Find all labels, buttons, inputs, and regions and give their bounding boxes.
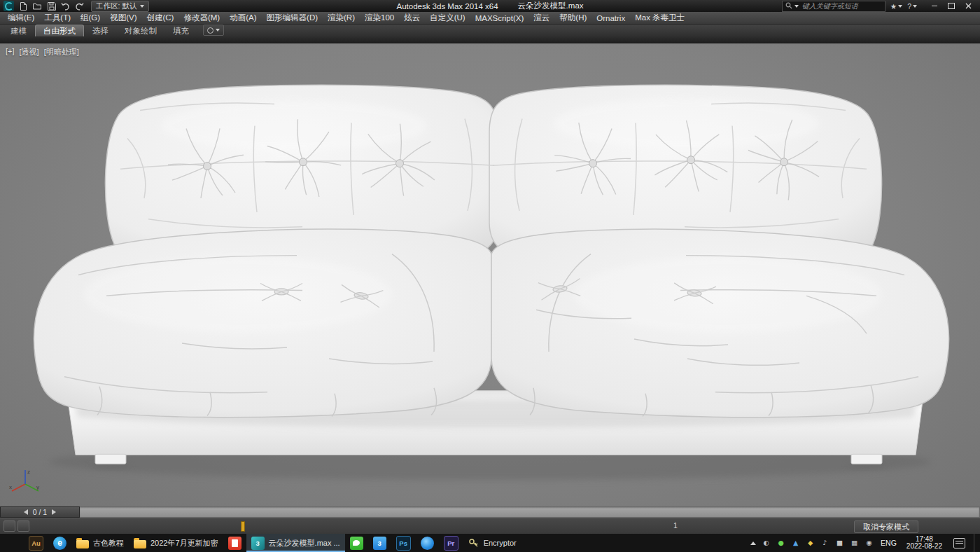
menu-help[interactable]: 帮助(H) [554, 12, 592, 24]
favorites-icon[interactable]: ★ [890, 2, 902, 11]
svg-text:z: z [27, 469, 30, 475]
menu-views[interactable]: 视图(V) [105, 12, 141, 24]
volume-tray-icon[interactable]: ◉ [864, 539, 874, 546]
premiere-icon: Pr [444, 536, 458, 551]
taskbar-wechat[interactable] [345, 534, 368, 552]
menu-group[interactable]: 组(G) [76, 12, 105, 24]
tab-populate[interactable]: 填充 [165, 25, 197, 36]
menu-rendering[interactable]: 渲染(R) [323, 12, 360, 24]
audition-icon: Au [29, 536, 43, 551]
3dsmax-window: 工作区: 默认 Autodesk 3ds Max 2014 x64 云朵沙发模型… [0, 0, 980, 552]
taskbar-encryptor[interactable]: Encryptor [463, 534, 522, 552]
security-tray-icon[interactable]: ▲ [791, 539, 800, 546]
workspace-selector[interactable]: 工作区: 默认 [91, 1, 149, 12]
time-slider-row: 0 / 1 [0, 506, 980, 518]
taskbar-audition[interactable]: Au [24, 534, 48, 552]
menu-xuanyun-cloud[interactable]: 渲云 [528, 12, 554, 24]
selection-lock-toggle-icon[interactable] [18, 520, 29, 532]
close-icon [965, 3, 972, 9]
menu-xuanyun[interactable]: 炫云 [399, 12, 425, 24]
maximize-button[interactable] [943, 1, 960, 12]
svg-text:x: x [9, 484, 12, 490]
taskbar-premiere[interactable]: Pr [439, 534, 463, 552]
minimize-button[interactable] [926, 1, 943, 12]
isolate-selection-toggle-icon[interactable] [4, 520, 15, 532]
taskbar-edge[interactable]: e [48, 534, 71, 552]
previous-frame-icon[interactable] [24, 509, 28, 515]
undo-icon[interactable] [60, 1, 71, 11]
search-input[interactable] [801, 1, 882, 11]
language-indicator[interactable]: ENG [879, 539, 898, 547]
taskbar-photoshop[interactable]: Ps [391, 534, 416, 552]
svg-text:y: y [36, 484, 39, 490]
menu-tools[interactable]: 工具(T) [39, 12, 76, 24]
menu-modifiers[interactable]: 修改器(M) [178, 12, 225, 24]
windows-taskbar: Au e 古色教程 2022年7月更新加密 3 云朵沙发模型.max ... 3… [0, 534, 980, 552]
menu-customize[interactable]: 自定义(U) [425, 12, 470, 24]
cancel-expert-mode-button[interactable]: 取消专家模式 [854, 520, 918, 533]
chevron-down-icon [898, 5, 902, 8]
action-center-icon[interactable] [953, 538, 965, 548]
menu-animation[interactable]: 动画(A) [225, 12, 261, 24]
menu-bar: 编辑(E) 工具(T) 组(G) 视图(V) 创建(C) 修改器(M) 动画(A… [0, 12, 980, 25]
search-icon[interactable] [785, 2, 792, 11]
ribbon-minimize-button[interactable] [203, 25, 224, 36]
music-tray-icon[interactable]: ♪ [820, 539, 830, 546]
graphics-tray-icon[interactable]: ◐ [762, 539, 771, 546]
next-frame-icon[interactable] [52, 509, 56, 515]
taskbar-red-app[interactable] [223, 534, 246, 552]
tab-modeling[interactable]: 建模 [3, 25, 34, 36]
chevron-down-icon [913, 5, 917, 8]
wechat-tray-icon[interactable]: ● [776, 539, 785, 546]
menu-ornatrix[interactable]: Ornatrix [592, 12, 630, 24]
menu-edit[interactable]: 编辑(E) [3, 12, 39, 24]
minimize-icon [932, 6, 937, 6]
viewport-pov-menu[interactable]: [透视] [20, 47, 39, 57]
app-title: Autodesk 3ds Max 2014 x64 [396, 2, 498, 11]
viewport-label: [+] [透视] [明暗处理] [6, 47, 79, 57]
menu-antivirus[interactable]: Max 杀毒卫士 [630, 12, 690, 24]
cloud-tray-icon[interactable]: ◆ [806, 539, 815, 546]
browser-icon [421, 537, 434, 550]
redo-icon[interactable] [74, 1, 85, 11]
sofa-model[interactable] [0, 43, 980, 506]
tray-expand-icon[interactable] [750, 541, 756, 545]
frame-indicator: 0 / 1 [33, 508, 47, 516]
open-file-icon[interactable] [32, 1, 43, 11]
network-tray-icon[interactable]: ▦ [850, 539, 859, 546]
taskbar-folder-tutorial[interactable]: 古色教程 [71, 534, 129, 552]
sofa-seat-cushions[interactable] [34, 229, 948, 418]
menu-create[interactable]: 创建(C) [141, 12, 178, 24]
search-box [782, 1, 886, 12]
taskbar-3dsmax-document[interactable]: 3 云朵沙发模型.max ... [246, 534, 345, 552]
save-file-icon[interactable] [46, 1, 57, 11]
taskbar-browser[interactable] [416, 534, 439, 552]
search-scope-chevron-icon[interactable] [794, 5, 799, 8]
menu-render100[interactable]: 渲染100 [360, 12, 399, 24]
help-icon[interactable]: ? [907, 2, 917, 11]
viewport-general-menu[interactable]: [+] [6, 47, 15, 57]
world-axis-icon: x y z [8, 466, 41, 497]
viewport-shading-menu[interactable]: [明暗处理] [44, 47, 79, 57]
ribbon-collapsed-strip [0, 36, 980, 43]
menu-maxscript[interactable]: MAXScript(X) [470, 12, 529, 24]
tab-selection[interactable]: 选择 [85, 25, 116, 36]
perspective-viewport[interactable]: [+] [透视] [明暗处理] x y z [0, 43, 980, 506]
taskbar-folder-update[interactable]: 2022年7月更新加密 [129, 534, 223, 552]
show-desktop-button[interactable] [974, 534, 978, 552]
tab-freeform[interactable]: 自由形式 [35, 25, 84, 36]
new-scene-icon[interactable] [18, 1, 29, 11]
clock[interactable]: 17:48 2022-08-22 [904, 536, 945, 551]
folder-icon [134, 540, 146, 548]
3dsmax-app-icon[interactable] [4, 1, 14, 11]
time-slider-track[interactable] [80, 506, 980, 518]
frame-number-field[interactable]: 0 / 1 [0, 506, 80, 518]
document-title: 云朵沙发模型.max [518, 1, 584, 11]
tab-object-paint[interactable]: 对象绘制 [117, 25, 164, 36]
menu-graph-editors[interactable]: 图形编辑器(D) [262, 12, 323, 24]
close-button[interactable] [960, 1, 976, 12]
taskbar-app3[interactable]: 3 [368, 534, 391, 552]
track-bar-marker[interactable] [241, 521, 245, 532]
usb-tray-icon[interactable]: ■ [835, 539, 844, 546]
folder-icon [76, 540, 89, 548]
